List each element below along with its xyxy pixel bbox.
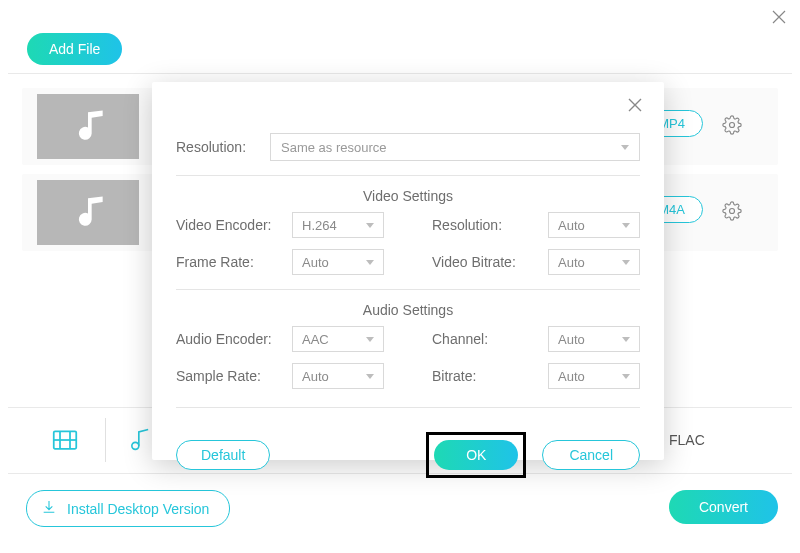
ok-button[interactable]: OK <box>434 440 518 470</box>
channel-label: Channel: <box>432 331 542 347</box>
download-icon <box>41 499 57 518</box>
channel-select[interactable]: Auto <box>548 326 640 352</box>
video-resolution-label: Resolution: <box>432 217 542 233</box>
chevron-down-icon <box>622 374 630 379</box>
default-button[interactable]: Default <box>176 440 270 470</box>
audio-bitrate-label: Bitrate: <box>432 368 542 384</box>
file-thumbnail <box>37 94 139 159</box>
frame-rate-select[interactable]: Auto <box>292 249 384 275</box>
header-divider <box>8 73 792 74</box>
install-label: Install Desktop Version <box>67 501 209 517</box>
frame-rate-value: Auto <box>302 255 329 270</box>
settings-dialog: Resolution: Same as resource Video Setti… <box>152 82 664 460</box>
dialog-close-button[interactable] <box>626 96 648 118</box>
divider <box>176 175 640 176</box>
audio-encoder-select[interactable]: AAC <box>292 326 384 352</box>
video-settings-heading: Video Settings <box>176 188 640 204</box>
chevron-down-icon <box>621 145 629 150</box>
flac-label: FLAC <box>669 432 705 448</box>
chevron-down-icon <box>366 374 374 379</box>
install-desktop-button[interactable]: Install Desktop Version <box>26 490 230 527</box>
svg-point-1 <box>730 209 735 214</box>
resolution-label: Resolution: <box>176 139 252 155</box>
resolution-value: Same as resource <box>281 140 387 155</box>
convert-button[interactable]: Convert <box>669 490 778 524</box>
video-resolution-value: Auto <box>558 218 585 233</box>
cancel-button[interactable]: Cancel <box>542 440 640 470</box>
video-encoder-select[interactable]: H.264 <box>292 212 384 238</box>
audio-bitrate-value: Auto <box>558 369 585 384</box>
sample-rate-label: Sample Rate: <box>176 368 286 384</box>
sample-rate-select[interactable]: Auto <box>292 363 384 389</box>
chevron-down-icon <box>622 260 630 265</box>
divider <box>176 407 640 408</box>
sample-rate-value: Auto <box>302 369 329 384</box>
add-file-button[interactable]: Add File <box>27 33 122 65</box>
chevron-down-icon <box>366 337 374 342</box>
chevron-down-icon <box>622 337 630 342</box>
video-encoder-label: Video Encoder: <box>176 217 286 233</box>
settings-gear-button[interactable] <box>722 115 742 135</box>
chevron-down-icon <box>366 260 374 265</box>
video-resolution-select[interactable]: Auto <box>548 212 640 238</box>
ok-highlight-box: OK <box>426 432 526 478</box>
channel-value: Auto <box>558 332 585 347</box>
audio-encoder-label: Audio Encoder: <box>176 331 286 347</box>
audio-settings-heading: Audio Settings <box>176 302 640 318</box>
chevron-down-icon <box>622 223 630 228</box>
settings-gear-button[interactable] <box>722 201 742 221</box>
video-tab-icon[interactable] <box>45 420 85 460</box>
video-bitrate-value: Auto <box>558 255 585 270</box>
svg-point-6 <box>132 442 139 449</box>
video-encoder-value: H.264 <box>302 218 337 233</box>
tab-separator <box>105 418 106 462</box>
resolution-select[interactable]: Same as resource <box>270 133 640 161</box>
window-close-button[interactable] <box>768 6 790 28</box>
video-bitrate-select[interactable]: Auto <box>548 249 640 275</box>
audio-bitrate-select[interactable]: Auto <box>548 363 640 389</box>
chevron-down-icon <box>366 223 374 228</box>
video-bitrate-label: Video Bitrate: <box>432 254 542 270</box>
svg-point-0 <box>730 123 735 128</box>
file-thumbnail <box>37 180 139 245</box>
frame-rate-label: Frame Rate: <box>176 254 286 270</box>
divider <box>176 289 640 290</box>
audio-encoder-value: AAC <box>302 332 329 347</box>
